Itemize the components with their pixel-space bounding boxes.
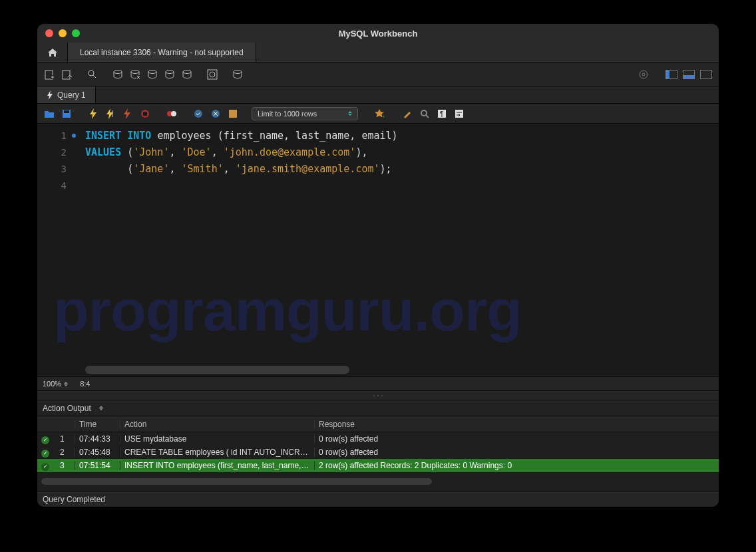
stepper-icon	[348, 111, 352, 116]
beautify-button[interactable]	[401, 107, 414, 120]
db-button-1[interactable]	[110, 67, 125, 82]
svg-rect-16	[64, 110, 69, 113]
explain-button[interactable]	[121, 107, 134, 120]
svg-point-7	[148, 70, 156, 73]
output-h-scrollbar[interactable]	[37, 472, 719, 491]
minimize-window-button[interactable]	[59, 29, 67, 37]
main-toolbar	[37, 63, 719, 86]
bottom-status-bar: Query Completed	[37, 491, 719, 507]
svg-point-9	[183, 70, 191, 73]
execute-current-button[interactable]	[104, 107, 117, 120]
toggle-autocommit-button[interactable]	[165, 107, 178, 120]
db-sync-button[interactable]	[230, 67, 245, 82]
open-file-button[interactable]	[43, 107, 56, 120]
inspector-button[interactable]	[85, 67, 100, 82]
svg-point-5	[131, 70, 139, 73]
home-tab[interactable]	[37, 43, 68, 62]
line-gutter: 1 2 3 4	[37, 124, 73, 376]
editor-h-scrollbar[interactable]	[85, 366, 715, 374]
db-button-4[interactable]	[162, 67, 177, 82]
toggle-limit-button[interactable]	[226, 107, 240, 120]
table-row[interactable]: 1 07:44:33 USE mydatabase 0 row(s) affec…	[37, 432, 719, 446]
db-button-2[interactable]	[128, 67, 142, 82]
query-tab[interactable]: Query 1	[37, 86, 96, 103]
save-file-button[interactable]	[60, 107, 73, 120]
open-sql-file-button[interactable]	[60, 67, 75, 82]
col-time[interactable]: Time	[75, 420, 120, 429]
row-limit-label: Limit to 1000 rows	[258, 110, 317, 118]
svg-point-25	[421, 110, 427, 116]
svg-point-13	[640, 70, 648, 78]
connection-tab-bar: Local instance 3306 - Warning - not supp…	[37, 43, 719, 63]
table-header: Time Action Response	[37, 416, 719, 432]
close-window-button[interactable]	[45, 29, 53, 37]
code-content: INSERT INTO employees (first_name, last_…	[85, 128, 719, 178]
cursor-position: 8:4	[80, 380, 90, 388]
col-action[interactable]: Action	[120, 420, 314, 429]
watermark-text: programguru.org	[53, 277, 703, 345]
db-button-5[interactable]	[180, 67, 194, 82]
find-button[interactable]	[418, 107, 431, 120]
svg-point-11	[210, 72, 215, 77]
svg-rect-10	[208, 70, 217, 79]
svg-text:¶: ¶	[440, 110, 443, 118]
output-header: Action Output	[37, 400, 719, 416]
table-row[interactable]: 2 07:45:48 CREATE TABLE employees ( id I…	[37, 446, 719, 459]
invisible-chars-button[interactable]: ¶	[435, 107, 449, 120]
connection-tab[interactable]: Local instance 3306 - Warning - not supp…	[68, 43, 256, 62]
col-response[interactable]: Response	[314, 420, 719, 429]
svg-point-4	[114, 70, 122, 73]
app-window: MySQL Workbench Local instance 3306 - Wa…	[37, 24, 719, 507]
dashboard-button[interactable]	[205, 67, 220, 82]
home-icon	[47, 48, 58, 57]
commit-button[interactable]	[192, 107, 205, 120]
svg-rect-2	[63, 70, 70, 79]
window-title: MySQL Workbench	[37, 29, 719, 39]
settings-gear-button[interactable]	[636, 67, 651, 82]
svg-rect-18	[143, 112, 147, 116]
svg-point-21	[194, 110, 202, 118]
favorite-button[interactable]: +	[373, 107, 386, 120]
rollback-button[interactable]	[209, 107, 222, 120]
output-type-select[interactable]: Action Output	[43, 404, 103, 413]
row-limit-select[interactable]: Limit to 1000 rows	[252, 107, 358, 120]
svg-point-12	[234, 70, 242, 73]
toggle-right-panel-button[interactable]	[699, 67, 713, 82]
titlebar: MySQL Workbench	[37, 24, 719, 43]
new-sql-tab-button[interactable]	[43, 67, 57, 82]
table-row[interactable]: 3 07:51:54 INSERT INTO employees (first_…	[37, 459, 719, 472]
editor-toolbar: Limit to 1000 rows + ¶	[37, 104, 719, 124]
wrap-button[interactable]	[453, 107, 466, 120]
lightning-icon	[47, 90, 53, 100]
svg-text:+: +	[382, 114, 385, 119]
editor-status-bar: 100% 8:4	[37, 376, 719, 391]
status-message: Query Completed	[43, 495, 105, 504]
db-button-3[interactable]	[145, 67, 160, 82]
query-tab-label: Query 1	[57, 90, 86, 100]
output-type-label: Action Output	[43, 404, 91, 413]
svg-rect-28	[455, 110, 463, 118]
svg-point-14	[642, 73, 645, 76]
action-output-table: Time Action Response 1 07:44:33 USE myda…	[37, 416, 719, 472]
toggle-bottom-panel-button[interactable]	[681, 67, 696, 82]
zoom-control[interactable]: 100%	[43, 380, 68, 388]
toggle-left-panel-button[interactable]	[664, 67, 679, 82]
execute-button[interactable]	[87, 107, 100, 120]
svg-point-20	[171, 111, 176, 116]
splitter-handle[interactable]	[37, 391, 719, 400]
svg-rect-23	[229, 110, 237, 118]
sql-editor[interactable]: 1 2 3 4 INSERT INTO employees (first_nam…	[37, 124, 719, 376]
stop-button[interactable]	[138, 107, 152, 120]
svg-point-8	[166, 70, 174, 73]
connection-tab-label: Local instance 3306 - Warning - not supp…	[80, 48, 244, 57]
success-icon	[41, 436, 49, 444]
svg-point-3	[89, 70, 94, 76]
success-icon	[41, 450, 49, 458]
zoom-window-button[interactable]	[72, 29, 80, 37]
query-tab-bar: Query 1	[37, 86, 719, 104]
success-icon	[41, 463, 49, 471]
